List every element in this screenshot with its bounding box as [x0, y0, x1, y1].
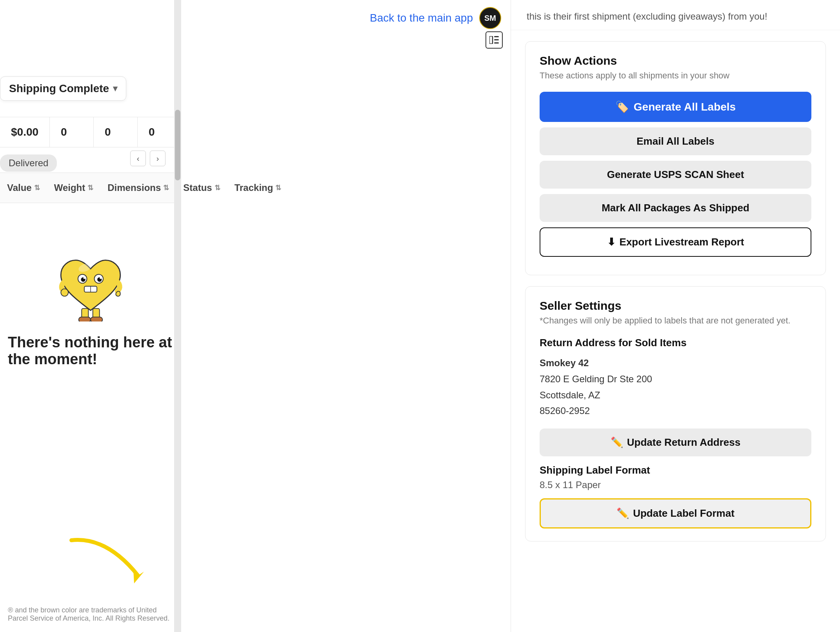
th-status[interactable]: Status ⇅ [176, 178, 227, 197]
th-weight[interactable]: Weight ⇅ [47, 178, 101, 197]
svg-rect-1 [494, 39, 499, 40]
svg-marker-18 [133, 570, 144, 583]
export-report-button[interactable]: ⬇ Export Livestream Report [540, 227, 811, 257]
sort-icon-status: ⇅ [215, 183, 220, 192]
status-filter-dropdown[interactable]: Shipping Complete ▾ [0, 76, 126, 101]
sort-icon-tracking: ⇅ [275, 183, 281, 192]
svg-rect-2 [494, 42, 499, 44]
scrollbar-thumb[interactable] [175, 110, 180, 180]
shipping-label-format-title: Shipping Label Format [540, 464, 811, 476]
empty-state: There's nothing here at the moment! [0, 220, 181, 399]
prev-page-button[interactable]: ‹ [130, 151, 146, 166]
right-sidebar: this is their first shipment (excluding … [511, 0, 840, 632]
mark-all-shipped-button[interactable]: Mark All Packages As Shipped [540, 194, 811, 222]
seller-settings-subtitle: *Changes will only be applied to labels … [540, 316, 811, 326]
empty-state-message: There's nothing here at the moment! [8, 334, 173, 368]
address-line1: 7820 E Gelding Dr Ste 200 [540, 371, 811, 387]
show-actions-section: Show Actions These actions apply to all … [525, 41, 826, 275]
svg-rect-16 [91, 317, 102, 321]
avatar[interactable]: SM [479, 7, 501, 29]
status-filter-label: Shipping Complete [9, 82, 109, 95]
pagination: ‹ › [130, 151, 165, 166]
svg-point-12 [61, 289, 68, 296]
scrollbar-track [174, 0, 181, 632]
sort-icon-weight: ⇅ [87, 183, 93, 192]
stat-count-1: 0 [50, 117, 94, 147]
svg-rect-3 [489, 36, 493, 44]
update-return-address-button[interactable]: ✏️ Update Return Address [540, 429, 811, 456]
return-address-title: Return Address for Sold Items [540, 337, 811, 349]
email-all-labels-button[interactable]: Email All Labels [540, 127, 811, 155]
sort-icon-dimensions: ⇅ [163, 183, 169, 192]
svg-point-9 [100, 277, 102, 279]
chevron-down-icon: ▾ [113, 84, 117, 94]
update-label-format-button[interactable]: ✏️ Update Label Format [540, 498, 811, 528]
stat-cost: $0.00 [0, 117, 50, 147]
pencil-icon-format: ✏️ [616, 507, 629, 519]
back-to-main-link[interactable]: Back to the main app [370, 12, 473, 24]
arrow-annotation [60, 528, 162, 593]
tag-icon: 🏷️ [615, 100, 629, 113]
generate-all-labels-button[interactable]: 🏷️ Generate All Labels [540, 92, 811, 122]
generate-usps-scan-button[interactable]: Generate USPS SCAN Sheet [540, 161, 811, 189]
sort-icon-value: ⇅ [34, 183, 40, 192]
shipping-label-format-value: 8.5 x 11 Paper [540, 479, 811, 490]
address-name: Smokey 42 [540, 355, 811, 371]
download-icon: ⬇ [607, 236, 616, 248]
stats-bar: $0.00 0 0 0 [0, 117, 181, 147]
th-dimensions[interactable]: Dimensions ⇅ [100, 178, 176, 197]
main-content: Back to the main app SM Shipping Complet… [0, 0, 511, 632]
show-actions-subtitle: These actions apply to all shipments in … [540, 71, 811, 81]
return-address-block: Smokey 42 7820 E Gelding Dr Ste 200 Scot… [540, 355, 811, 419]
address-zip: 85260-2952 [540, 403, 811, 419]
table-header: Value ⇅ Weight ⇅ Dimensions ⇅ Status ⇅ T… [0, 173, 181, 203]
svg-rect-0 [494, 36, 499, 37]
show-actions-title: Show Actions [540, 54, 811, 67]
footer-text: ® and the brown color are trademarks of … [0, 606, 181, 623]
address-line2: Scottsdale, AZ [540, 387, 811, 403]
th-value[interactable]: Value ⇅ [0, 178, 47, 197]
stat-count-2: 0 [94, 117, 138, 147]
svg-rect-15 [79, 317, 91, 321]
pencil-icon-return: ✏️ [611, 436, 623, 449]
th-tracking[interactable]: Tracking ⇅ [227, 178, 289, 197]
filter-pill-delivered[interactable]: Delivered [0, 154, 57, 172]
sidebar-top-note: this is their first shipment (excluding … [511, 0, 840, 30]
top-bar: Back to the main app SM [360, 0, 511, 36]
seller-settings-section: Seller Settings *Changes will only be ap… [525, 286, 826, 541]
seller-settings-title: Seller Settings [540, 299, 811, 312]
mascot-illustration [51, 251, 130, 321]
next-page-button[interactable]: › [150, 151, 165, 166]
svg-point-8 [84, 277, 85, 279]
